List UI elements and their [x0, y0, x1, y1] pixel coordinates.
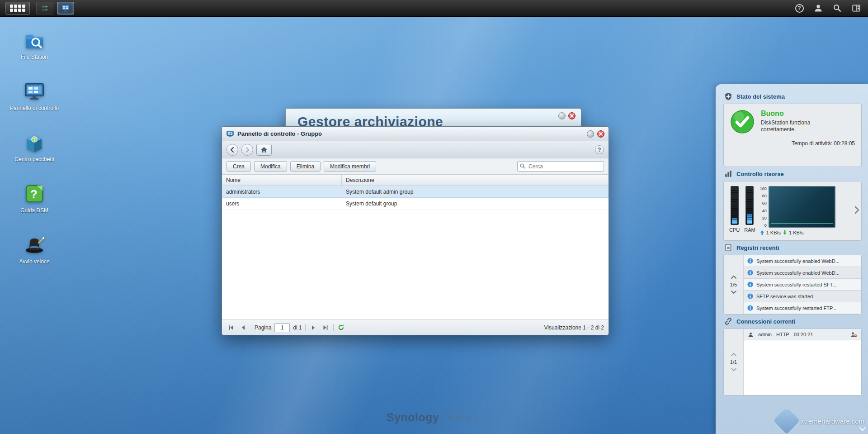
log-entry[interactable]: System successfully restarted SFT...: [744, 279, 861, 291]
close-icon: [570, 114, 574, 118]
user-menu-button[interactable]: [812, 2, 825, 14]
desktop-icon-package-center[interactable]: Centro pacchetti: [7, 131, 61, 182]
dsm-watermark: Synology DSM 4.1: [387, 411, 478, 424]
cell-group-description: System default group: [342, 200, 609, 207]
site-logo-icon: [772, 406, 802, 434]
table-row[interactable]: administrators System default admin grou…: [222, 186, 609, 198]
user-icon: [748, 332, 754, 338]
chevron-right-icon: [854, 205, 860, 215]
close-icon: [599, 132, 603, 136]
log-entry[interactable]: System successfully restarted FTP...: [744, 302, 861, 314]
desktop-icon-control-panel[interactable]: Pannello di controllo: [7, 80, 61, 131]
edit-members-button[interactable]: Modifica membri: [324, 161, 376, 172]
chevron-down-icon: [859, 427, 866, 431]
help-button[interactable]: ?: [793, 2, 806, 14]
info-icon: [747, 258, 753, 264]
home-button[interactable]: [256, 144, 272, 156]
package-center-icon: [23, 131, 46, 154]
search-icon: [519, 163, 526, 171]
brand-text: Synology: [387, 411, 439, 424]
table-header: Nome Descrizione: [222, 175, 609, 186]
chevron-up-icon: [731, 275, 737, 279]
logs-page-up-button[interactable]: [731, 275, 737, 279]
widgets-panel-icon: [852, 4, 861, 13]
logs-pager: 1/5: [724, 255, 744, 314]
svg-text:?: ?: [30, 187, 38, 201]
network-speeds: 1 KB/s 1 KB/s: [760, 230, 835, 235]
kick-connection-button[interactable]: [850, 332, 857, 338]
taskbar-app-storage-manager[interactable]: [36, 2, 53, 14]
sidebar-scroll-down-button[interactable]: [859, 425, 866, 433]
delete-button[interactable]: Elimina: [290, 161, 321, 172]
system-status-widget: Buono DiskStation funziona correttamente…: [723, 104, 862, 167]
taskbar: ?: [0, 0, 868, 17]
desktop-icon-quick-start[interactable]: Avvio veloce: [7, 234, 61, 285]
taskbar-app-control-panel[interactable]: [57, 2, 74, 14]
control-panel-window: Pannello di controllo - Gruppo ? Crea: [222, 126, 609, 335]
window-help-button[interactable]: ?: [595, 145, 604, 154]
create-button[interactable]: Crea: [226, 161, 251, 172]
widget-title: Connessioni correnti: [736, 318, 795, 325]
connections-page-up-button[interactable]: [731, 353, 737, 357]
resource-monitor-header[interactable]: Controllo risorse: [724, 170, 861, 178]
resource-expand-button[interactable]: [854, 205, 860, 216]
table-row[interactable]: users System default group: [222, 198, 609, 210]
connections-page-down-button[interactable]: [731, 367, 737, 372]
last-page-button[interactable]: [321, 323, 330, 332]
control-panel-icon: [61, 4, 70, 13]
log-entry[interactable]: SFTP service was started.: [744, 291, 861, 302]
next-page-button[interactable]: [309, 323, 318, 332]
minimize-button[interactable]: [558, 112, 566, 119]
log-entry[interactable]: System successfully enabled WebD...: [744, 267, 861, 279]
recent-logs-header[interactable]: Registri recenti: [724, 243, 861, 252]
page-of-label: di 1: [293, 324, 302, 331]
minimize-button[interactable]: [587, 130, 594, 138]
bar-chart-icon: [724, 170, 732, 178]
desktop-icon-file-station[interactable]: File Station: [7, 29, 61, 80]
network-graph: [769, 186, 835, 228]
refresh-button[interactable]: [337, 323, 346, 332]
info-icon: [747, 305, 753, 311]
connections-widget: 1/1 admin HTTP 00:20:21: [723, 329, 862, 396]
logs-page-down-button[interactable]: [731, 290, 737, 294]
first-page-button[interactable]: [226, 323, 236, 332]
desktop-icon-label: Avvio veloce: [19, 258, 49, 265]
close-button[interactable]: [597, 130, 604, 138]
storage-manager-icon: [40, 4, 49, 13]
column-header-description[interactable]: Descrizione: [342, 175, 609, 186]
log-entry[interactable]: System successfully enabled WebD...: [744, 255, 861, 267]
system-status-header[interactable]: Stato del sistema: [724, 92, 861, 100]
log-text: System successfully enabled WebD...: [756, 270, 840, 276]
page-number-input[interactable]: [274, 323, 290, 332]
search-input[interactable]: [517, 161, 604, 172]
desktop-icon-label: File Station: [21, 54, 48, 61]
close-button[interactable]: [568, 112, 576, 119]
previous-page-button[interactable]: [239, 323, 248, 332]
forward-arrow-icon: [244, 147, 250, 153]
first-page-icon: [228, 324, 234, 331]
column-header-name[interactable]: Nome: [222, 175, 342, 186]
widgets-panel-button[interactable]: [850, 2, 863, 14]
connections-pager: 1/1: [724, 329, 744, 395]
search-button[interactable]: [831, 2, 844, 14]
log-text: System successfully restarted FTP...: [756, 305, 836, 311]
home-icon: [260, 146, 268, 153]
connections-page-indicator: 1/1: [730, 359, 737, 365]
next-page-icon: [310, 324, 316, 331]
connection-row[interactable]: admin HTTP 00:20:21: [744, 329, 861, 340]
forward-button[interactable]: [241, 144, 253, 156]
cell-group-description: System default admin group: [342, 189, 609, 195]
info-icon: [747, 281, 753, 287]
version-text: DSM 4.1: [443, 413, 479, 424]
back-button[interactable]: [226, 144, 238, 156]
connections-header[interactable]: Connessioni correnti: [724, 317, 861, 325]
edit-button[interactable]: Modifica: [254, 161, 287, 172]
desktop-icon-dsm-help[interactable]: ? Guida DSM: [7, 182, 61, 234]
window-titlebar[interactable]: Pannello di controllo - Gruppo: [222, 127, 609, 141]
main-menu-button[interactable]: [5, 2, 30, 15]
main-menu-grid-icon: [10, 5, 25, 12]
connections-list: admin HTTP 00:20:21: [744, 329, 861, 395]
network-axis: 100 80 60 40 20 0: [760, 186, 767, 228]
log-text: System successfully restarted SFT...: [756, 282, 836, 287]
ram-gauge: [745, 186, 754, 225]
